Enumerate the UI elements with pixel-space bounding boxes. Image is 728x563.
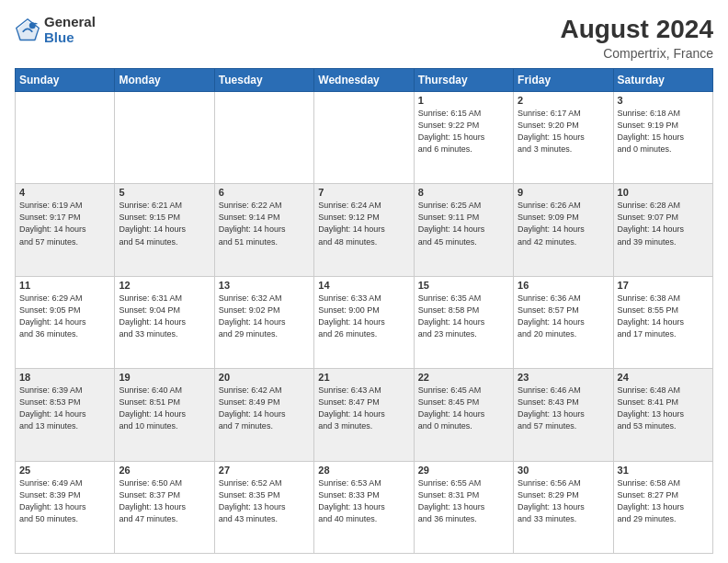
day-info: Sunrise: 6:42 AM Sunset: 8:49 PM Dayligh… — [219, 385, 310, 432]
calendar-cell: 5Sunrise: 6:21 AM Sunset: 9:15 PM Daylig… — [115, 184, 214, 276]
day-info: Sunrise: 6:17 AM Sunset: 9:20 PM Dayligh… — [518, 108, 609, 155]
day-number: 5 — [119, 187, 210, 198]
calendar-cell — [16, 92, 115, 184]
day-info: Sunrise: 6:22 AM Sunset: 9:14 PM Dayligh… — [219, 200, 310, 247]
logo-general: General — [44, 15, 96, 30]
month-year: August 2024 — [561, 15, 714, 44]
calendar-cell: 25Sunrise: 6:49 AM Sunset: 8:39 PM Dayli… — [16, 461, 115, 553]
day-info: Sunrise: 6:36 AM Sunset: 8:57 PM Dayligh… — [518, 293, 609, 340]
col-friday: Friday — [514, 69, 613, 92]
calendar-cell: 29Sunrise: 6:55 AM Sunset: 8:31 PM Dayli… — [414, 461, 513, 553]
day-info: Sunrise: 6:43 AM Sunset: 8:47 PM Dayligh… — [318, 385, 409, 432]
calendar-cell — [314, 92, 414, 184]
day-info: Sunrise: 6:25 AM Sunset: 9:11 PM Dayligh… — [418, 200, 509, 247]
day-info: Sunrise: 6:28 AM Sunset: 9:07 PM Dayligh… — [618, 200, 709, 247]
day-number: 26 — [119, 465, 210, 476]
calendar-header-row: Sunday Monday Tuesday Wednesday Thursday… — [16, 69, 713, 92]
day-number: 3 — [618, 95, 709, 106]
day-number: 24 — [618, 372, 709, 383]
calendar-cell: 30Sunrise: 6:56 AM Sunset: 8:29 PM Dayli… — [514, 461, 613, 553]
day-number: 18 — [19, 372, 110, 383]
day-info: Sunrise: 6:15 AM Sunset: 9:22 PM Dayligh… — [418, 108, 509, 155]
day-number: 8 — [418, 187, 509, 198]
calendar-cell: 4Sunrise: 6:19 AM Sunset: 9:17 PM Daylig… — [16, 184, 115, 276]
day-number: 10 — [618, 187, 709, 198]
day-info: Sunrise: 6:39 AM Sunset: 8:53 PM Dayligh… — [19, 385, 110, 432]
day-number: 16 — [518, 280, 609, 291]
day-info: Sunrise: 6:21 AM Sunset: 9:15 PM Dayligh… — [119, 200, 210, 247]
day-number: 1 — [418, 95, 509, 106]
calendar-cell: 16Sunrise: 6:36 AM Sunset: 8:57 PM Dayli… — [514, 276, 613, 368]
day-info: Sunrise: 6:58 AM Sunset: 8:27 PM Dayligh… — [618, 477, 709, 525]
calendar-cell: 1Sunrise: 6:15 AM Sunset: 9:22 PM Daylig… — [414, 92, 513, 184]
calendar-week-3: 11Sunrise: 6:29 AM Sunset: 9:05 PM Dayli… — [16, 276, 713, 368]
col-tuesday: Tuesday — [214, 69, 313, 92]
day-info: Sunrise: 6:24 AM Sunset: 9:12 PM Dayligh… — [318, 200, 409, 247]
calendar-cell: 23Sunrise: 6:46 AM Sunset: 8:43 PM Dayli… — [514, 369, 613, 461]
calendar-cell: 24Sunrise: 6:48 AM Sunset: 8:41 PM Dayli… — [613, 369, 712, 461]
calendar-cell: 19Sunrise: 6:40 AM Sunset: 8:51 PM Dayli… — [115, 369, 214, 461]
day-info: Sunrise: 6:18 AM Sunset: 9:19 PM Dayligh… — [618, 108, 709, 155]
calendar-cell: 22Sunrise: 6:45 AM Sunset: 8:45 PM Dayli… — [414, 369, 513, 461]
calendar-cell: 8Sunrise: 6:25 AM Sunset: 9:11 PM Daylig… — [414, 184, 513, 276]
day-number: 12 — [119, 280, 210, 291]
day-info: Sunrise: 6:46 AM Sunset: 8:43 PM Dayligh… — [518, 385, 609, 432]
day-number: 13 — [219, 280, 310, 291]
location: Compertrix, France — [561, 46, 714, 61]
day-number: 28 — [318, 465, 409, 476]
calendar-week-1: 1Sunrise: 6:15 AM Sunset: 9:22 PM Daylig… — [16, 92, 713, 184]
calendar-cell: 20Sunrise: 6:42 AM Sunset: 8:49 PM Dayli… — [214, 369, 313, 461]
day-info: Sunrise: 6:49 AM Sunset: 8:39 PM Dayligh… — [19, 477, 110, 525]
calendar-week-5: 25Sunrise: 6:49 AM Sunset: 8:39 PM Dayli… — [16, 461, 713, 553]
calendar-cell: 7Sunrise: 6:24 AM Sunset: 9:12 PM Daylig… — [314, 184, 414, 276]
calendar-cell: 26Sunrise: 6:50 AM Sunset: 8:37 PM Dayli… — [115, 461, 214, 553]
calendar-cell — [214, 92, 313, 184]
day-info: Sunrise: 6:56 AM Sunset: 8:29 PM Dayligh… — [518, 477, 609, 525]
day-number: 25 — [19, 465, 110, 476]
calendar-cell: 2Sunrise: 6:17 AM Sunset: 9:20 PM Daylig… — [514, 92, 613, 184]
day-number: 14 — [318, 280, 409, 291]
calendar-week-2: 4Sunrise: 6:19 AM Sunset: 9:17 PM Daylig… — [16, 184, 713, 276]
day-number: 7 — [318, 187, 409, 198]
calendar: Sunday Monday Tuesday Wednesday Thursday… — [15, 68, 713, 554]
logo: General Blue — [15, 15, 96, 45]
page: General Blue August 2024 Compertrix, Fra… — [0, 0, 728, 563]
day-number: 21 — [318, 372, 409, 383]
day-info: Sunrise: 6:45 AM Sunset: 8:45 PM Dayligh… — [418, 385, 509, 432]
col-saturday: Saturday — [613, 69, 712, 92]
col-monday: Monday — [115, 69, 214, 92]
day-number: 27 — [219, 465, 310, 476]
col-wednesday: Wednesday — [314, 69, 414, 92]
calendar-cell: 14Sunrise: 6:33 AM Sunset: 9:00 PM Dayli… — [314, 276, 414, 368]
day-info: Sunrise: 6:19 AM Sunset: 9:17 PM Dayligh… — [19, 200, 110, 247]
title-block: August 2024 Compertrix, France — [561, 15, 714, 61]
day-number: 11 — [19, 280, 110, 291]
col-sunday: Sunday — [16, 69, 115, 92]
day-info: Sunrise: 6:26 AM Sunset: 9:09 PM Dayligh… — [518, 200, 609, 247]
calendar-cell — [115, 92, 214, 184]
calendar-cell: 31Sunrise: 6:58 AM Sunset: 8:27 PM Dayli… — [613, 461, 712, 553]
calendar-cell: 28Sunrise: 6:53 AM Sunset: 8:33 PM Dayli… — [314, 461, 414, 553]
day-info: Sunrise: 6:32 AM Sunset: 9:02 PM Dayligh… — [219, 293, 310, 340]
calendar-cell: 27Sunrise: 6:52 AM Sunset: 8:35 PM Dayli… — [214, 461, 313, 553]
day-info: Sunrise: 6:33 AM Sunset: 9:00 PM Dayligh… — [318, 293, 409, 340]
calendar-cell: 13Sunrise: 6:32 AM Sunset: 9:02 PM Dayli… — [214, 276, 313, 368]
header: General Blue August 2024 Compertrix, Fra… — [15, 15, 713, 61]
day-info: Sunrise: 6:52 AM Sunset: 8:35 PM Dayligh… — [219, 477, 310, 525]
logo-icon — [15, 17, 40, 43]
day-number: 15 — [418, 280, 509, 291]
logo-text: General Blue — [44, 15, 96, 45]
calendar-cell: 3Sunrise: 6:18 AM Sunset: 9:19 PM Daylig… — [613, 92, 712, 184]
calendar-week-4: 18Sunrise: 6:39 AM Sunset: 8:53 PM Dayli… — [16, 369, 713, 461]
calendar-cell: 9Sunrise: 6:26 AM Sunset: 9:09 PM Daylig… — [514, 184, 613, 276]
calendar-cell: 18Sunrise: 6:39 AM Sunset: 8:53 PM Dayli… — [16, 369, 115, 461]
day-number: 2 — [518, 95, 609, 106]
day-number: 30 — [518, 465, 609, 476]
day-info: Sunrise: 6:48 AM Sunset: 8:41 PM Dayligh… — [618, 385, 709, 432]
day-number: 29 — [418, 465, 509, 476]
day-number: 4 — [19, 187, 110, 198]
day-info: Sunrise: 6:40 AM Sunset: 8:51 PM Dayligh… — [119, 385, 210, 432]
day-info: Sunrise: 6:35 AM Sunset: 8:58 PM Dayligh… — [418, 293, 509, 340]
calendar-cell: 6Sunrise: 6:22 AM Sunset: 9:14 PM Daylig… — [214, 184, 313, 276]
day-info: Sunrise: 6:55 AM Sunset: 8:31 PM Dayligh… — [418, 477, 509, 525]
